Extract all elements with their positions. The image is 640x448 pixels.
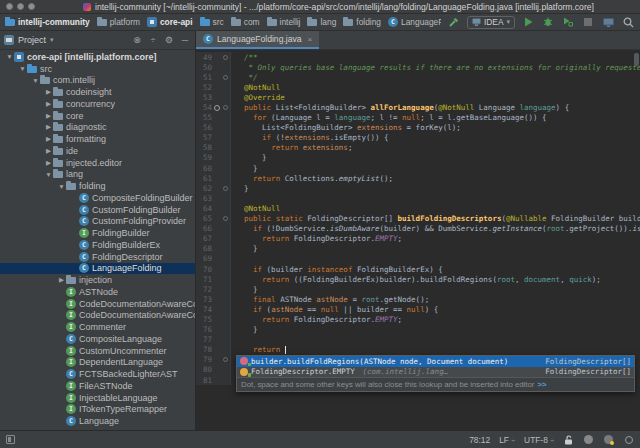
code-line-77[interactable]: 77 (196, 335, 640, 345)
tree-item-folding[interactable]: ▼folding (0, 180, 195, 192)
breadcrumb-platform[interactable]: platform (97, 17, 140, 27)
run-with-coverage-button[interactable] (561, 16, 575, 29)
edit-configurations-icon[interactable] (601, 16, 615, 29)
project-view-dropdown-icon[interactable]: ▾ (50, 36, 54, 44)
fold-marker-icon[interactable] (221, 72, 231, 82)
breadcrumb-core-api[interactable]: core-api (147, 17, 193, 27)
code-line-63[interactable]: 63 (196, 193, 640, 203)
code-line-54[interactable]: 54 public List<FoldingBuilder> allForLan… (196, 102, 640, 112)
chevron-collapsed-icon[interactable]: ▶ (57, 276, 66, 284)
tree-item-core-api[interactable]: ▼core-api [intellij.platform.core] (0, 51, 195, 63)
fold-marker-icon[interactable] (221, 102, 231, 112)
tree-item-foldingbuilderex[interactable]: CFoldingBuilderEx (0, 239, 195, 251)
code-line-58[interactable]: 58 return extensions; (196, 143, 640, 153)
tree-item-concurrency[interactable]: ▶concurrency (0, 98, 195, 110)
tree-item-commenter[interactable]: ICommenter (0, 321, 195, 333)
hint-more-link[interactable]: >> (537, 380, 546, 389)
chevron-collapsed-icon[interactable]: ▶ (44, 112, 53, 120)
code-editor[interactable]: 49 /**50 * Only queries base language re… (196, 50, 640, 430)
stop-button[interactable] (581, 16, 595, 29)
tree-item-language[interactable]: CLanguage (0, 415, 195, 427)
code-line-69[interactable]: 69 (196, 254, 640, 264)
chevron-expanded-icon[interactable]: ▼ (57, 183, 66, 190)
lock-icon[interactable] (563, 434, 574, 445)
tree-item-compositefoldingbuilder[interactable]: CCompositeFoldingBuilder (0, 192, 195, 204)
search-everywhere-icon[interactable] (621, 16, 635, 29)
tree-item-customuncommenter[interactable]: ICustomUncommenter (0, 345, 195, 357)
tree-item-diagnostic[interactable]: ▶diagnostic (0, 122, 195, 134)
code-line-64[interactable]: 64 @NotNull (196, 203, 640, 213)
run-button[interactable] (521, 16, 535, 29)
completion-item-field[interactable]: FoldingDescriptor.EMPTY (com.intellij.la… (237, 367, 634, 378)
hide-tool-window-icon[interactable]: ─ (179, 34, 191, 46)
code-line-73[interactable]: 73 final ASTNode astNode = root.getNode(… (196, 294, 640, 304)
override-marker-icon[interactable] (212, 102, 221, 112)
chevron-collapsed-icon[interactable]: ▶ (44, 123, 53, 131)
tree-item-lang[interactable]: ▼lang (0, 169, 195, 181)
breadcrumb-src[interactable]: src (200, 17, 224, 27)
tool-window-switcher-icon[interactable] (6, 435, 15, 444)
background-tasks-icon[interactable] (623, 434, 634, 445)
hector-inspections-icon[interactable] (583, 434, 594, 445)
chevron-collapsed-icon[interactable]: ▶ (44, 159, 53, 167)
code-line-76[interactable]: 76 } (196, 325, 640, 335)
chevron-collapsed-icon[interactable]: ▶ (44, 88, 53, 96)
close-window-button[interactable] (6, 3, 13, 10)
collapse-all-icon[interactable]: ÷ (147, 34, 159, 46)
code-line-53[interactable]: 53 @Override (196, 92, 640, 102)
breadcrumb-folding[interactable]: folding (343, 17, 381, 27)
debug-button[interactable] (541, 16, 555, 29)
run-configuration-select[interactable]: IDEA ▾ (467, 16, 515, 29)
chevron-collapsed-icon[interactable]: ▶ (44, 100, 53, 108)
tree-item-injectablelanguage[interactable]: IInjectableLanguage (0, 392, 195, 404)
code-line-56[interactable]: 56 List<FoldingBuilder> extensions = for… (196, 123, 640, 133)
fold-marker-icon[interactable] (221, 183, 231, 193)
tree-item-ide[interactable]: ▶ide (0, 145, 195, 157)
editor-scrollbar[interactable] (634, 53, 639, 66)
tree-item-dependentlanguage[interactable]: IDependentLanguage (0, 357, 195, 369)
event-log-notification-icon[interactable] (603, 434, 614, 445)
breadcrumb-intellij[interactable]: intellij (267, 17, 301, 27)
chevron-expanded-icon[interactable]: ▼ (44, 171, 53, 178)
code-line-68[interactable]: 68 } (196, 244, 640, 254)
close-tab-icon[interactable]: × (308, 35, 313, 44)
tree-item-fileastnode[interactable]: IFileASTNode (0, 380, 195, 392)
tree-item-customfoldingprovider[interactable]: CCustomFoldingProvider (0, 216, 195, 228)
tree-item-codedocumentationawareco[interactable]: ICodeDocumentationAwareCo (0, 310, 195, 322)
tree-item-fctsbackedlighterast[interactable]: CFCTSBackedLighterAST (0, 368, 195, 380)
minimize-window-button[interactable] (17, 3, 24, 10)
fold-marker-icon[interactable] (221, 52, 231, 62)
code-line-59[interactable]: 59 } (196, 153, 640, 163)
tree-item-compositelanguage[interactable]: CCompositeLanguage (0, 333, 195, 345)
tree-item-customfoldingbuilder[interactable]: CCustomFoldingBuilder (0, 204, 195, 216)
line-ending-widget[interactable]: LF ÷ (499, 435, 515, 445)
tree-item-formatting[interactable]: ▶formatting (0, 133, 195, 145)
code-line-61[interactable]: 61 return Collections.emptyList(); (196, 173, 640, 183)
breadcrumb-languagefolding[interactable]: CLanguageFolding (388, 17, 441, 27)
code-line-62[interactable]: 62 } (196, 183, 640, 193)
locate-icon[interactable]: ⊗ (131, 34, 143, 46)
code-line-65[interactable]: 65 public static FoldingDescriptor[] bui… (196, 214, 640, 224)
code-line-71[interactable]: 71 return ((FoldingBuilderEx)builder).bu… (196, 274, 640, 284)
breadcrumb-lang[interactable]: lang (307, 17, 336, 27)
chevron-expanded-icon[interactable]: ▼ (18, 65, 27, 72)
tree-item-astnode[interactable]: IASTNode (0, 286, 195, 298)
tree-item-injected.editor[interactable]: ▶injected.editor (0, 157, 195, 169)
code-line-55[interactable]: 55 for (Language l = language; l != null… (196, 113, 640, 123)
zoom-window-button[interactable] (28, 3, 35, 10)
tree-item-foldingbuilder[interactable]: IFoldingBuilder (0, 227, 195, 239)
caret-position-widget[interactable]: 78:12 (469, 435, 490, 445)
tree-item-core[interactable]: ▶core (0, 110, 195, 122)
chevron-collapsed-icon[interactable]: ▶ (44, 135, 53, 143)
chevron-collapsed-icon[interactable]: ▶ (44, 147, 53, 155)
code-line-57[interactable]: 57 if (!extensions.isEmpty()) { (196, 133, 640, 143)
code-line-67[interactable]: 67 return FoldingDescriptor.EMPTY; (196, 234, 640, 244)
code-line-50[interactable]: 50 * Only queries base language results … (196, 62, 640, 72)
chevron-expanded-icon[interactable]: ▼ (5, 53, 14, 60)
fold-marker-icon[interactable] (221, 355, 231, 365)
encoding-widget[interactable]: UTF-8 ÷ (524, 435, 554, 445)
editor-tab-languagefolding[interactable]: C LanguageFolding.java × (196, 31, 319, 49)
completion-item-method[interactable]: builder.buildFoldRegions(ASTNode node, D… (237, 356, 634, 367)
breadcrumb-com[interactable]: com (231, 17, 260, 27)
tree-item-codeinsight[interactable]: ▶codeinsight (0, 86, 195, 98)
